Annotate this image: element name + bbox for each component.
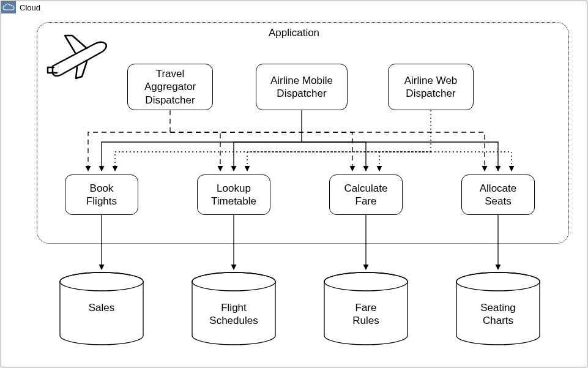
- service-lookup-timetable-label: LookupTimetable: [211, 182, 256, 208]
- service-allocate-seats: AllocateSeats: [461, 175, 535, 215]
- database-flight-schedules: FlightSchedules: [191, 272, 277, 345]
- service-calculate-fare-label: CalculateFare: [344, 182, 388, 208]
- database-sales-label: Sales: [59, 301, 144, 314]
- service-allocate-seats-label: AllocateSeats: [480, 182, 516, 208]
- dispatcher-travel: TravelAggregatorDispatcher: [127, 64, 213, 110]
- database-sales: Sales: [59, 272, 144, 345]
- cloud-frame-header: Cloud: [1, 1, 40, 13]
- database-flight-schedules-label: FlightSchedules: [191, 301, 277, 328]
- airplane-icon: [47, 32, 114, 81]
- service-calculate-fare: CalculateFare: [329, 175, 403, 215]
- service-lookup-timetable: LookupTimetable: [197, 175, 270, 215]
- dispatcher-mobile-label: Airline MobileDispatcher: [270, 74, 333, 100]
- cloud-frame-label: Cloud: [16, 3, 40, 12]
- database-seating-charts-label: SeatingCharts: [455, 301, 541, 328]
- dispatcher-travel-label: TravelAggregatorDispatcher: [144, 67, 196, 107]
- database-fare-rules: FareRules: [323, 272, 409, 345]
- dispatcher-web: Airline WebDispatcher: [388, 64, 474, 110]
- service-book-flights-label: BookFlights: [86, 182, 117, 208]
- dispatcher-mobile: Airline MobileDispatcher: [256, 64, 348, 110]
- dispatcher-web-label: Airline WebDispatcher: [404, 74, 458, 100]
- service-book-flights: BookFlights: [65, 175, 138, 215]
- cloud-icon: [1, 1, 16, 13]
- database-fare-rules-label: FareRules: [323, 301, 409, 328]
- database-seating-charts: SeatingCharts: [455, 272, 541, 345]
